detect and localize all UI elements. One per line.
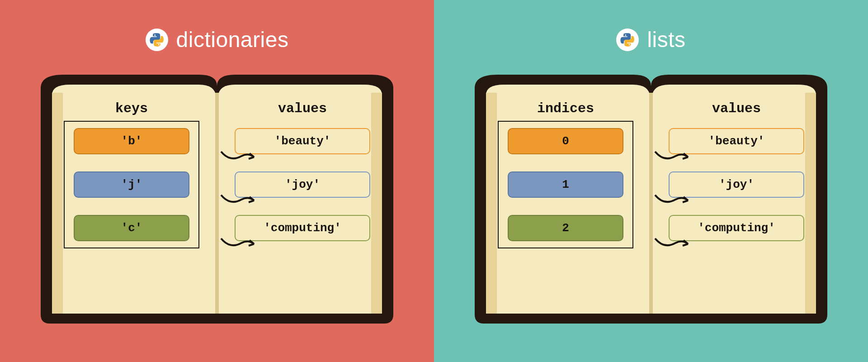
python-icon — [146, 29, 168, 51]
arrow-column — [648, 144, 698, 257]
book-dictionaries: keys 'b' 'j' 'c' values 'beauty' 'joy' '… — [27, 70, 407, 324]
book-pages: indices 0 1 2 values 'beauty' 'joy' 'com… — [480, 96, 822, 313]
arrow-icon — [648, 231, 698, 257]
title-row: lists — [616, 27, 685, 52]
index-pill: 0 — [508, 128, 623, 154]
panel-lists: lists indices 0 1 2 values 'bea — [434, 0, 868, 362]
arrow-icon — [648, 187, 698, 214]
key-pill: 'j' — [74, 171, 189, 198]
key-pill: 'b' — [74, 128, 189, 154]
column-header-keys: keys — [115, 101, 148, 116]
arrow-icon — [648, 144, 698, 170]
column-header-values: values — [278, 101, 327, 116]
panel-title: lists — [647, 27, 685, 52]
indices-column: indices 0 1 2 — [480, 96, 651, 313]
keys-box: 'b' 'j' 'c' — [64, 121, 199, 248]
arrow-icon — [214, 187, 264, 214]
arrow-icon — [214, 231, 264, 257]
column-header-values: values — [712, 101, 761, 116]
book-lists: indices 0 1 2 values 'beauty' 'joy' 'com… — [461, 70, 841, 324]
arrow-icon — [214, 144, 264, 170]
column-header-indices: indices — [537, 101, 594, 116]
python-icon — [616, 29, 639, 51]
panel-dictionaries: dictionaries keys 'b' 'j' 'c' values — [0, 0, 434, 362]
keys-column: keys 'b' 'j' 'c' — [46, 96, 217, 313]
book-pages: keys 'b' 'j' 'c' values 'beauty' 'joy' '… — [46, 96, 388, 313]
indices-box: 0 1 2 — [498, 121, 633, 248]
key-pill: 'c' — [74, 215, 189, 241]
index-pill: 2 — [508, 215, 623, 241]
index-pill: 1 — [508, 171, 623, 198]
title-row: dictionaries — [146, 27, 289, 52]
panel-title: dictionaries — [176, 27, 289, 52]
arrow-column — [214, 144, 264, 257]
